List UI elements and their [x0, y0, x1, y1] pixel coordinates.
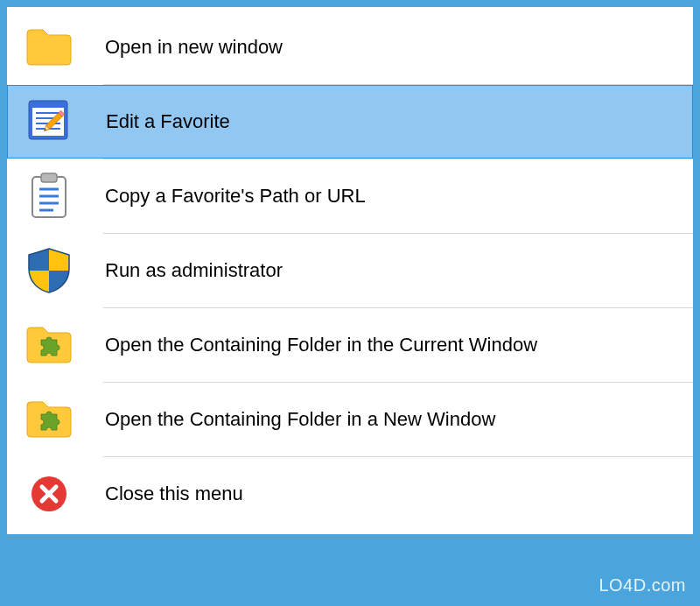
menu-item-label: Edit a Favorite	[106, 110, 230, 133]
menu-item-copy-path[interactable]: Copy a Favorite's Path or URL	[7, 159, 693, 233]
menu-item-label: Open in new window	[105, 36, 283, 59]
menu-item-open-containing-current[interactable]: Open the Containing Folder in the Curren…	[7, 308, 693, 382]
clipboard-icon	[16, 163, 82, 229]
menu-item-run-as-admin[interactable]: Run as administrator	[7, 234, 693, 307]
menu-item-open-new-window[interactable]: Open in new window	[7, 11, 693, 84]
shield-icon	[16, 237, 82, 304]
edit-note-icon	[17, 88, 83, 155]
menu-item-label: Open the Containing Folder in the Curren…	[105, 334, 537, 356]
svg-rect-11	[41, 173, 57, 182]
menu-item-label: Run as administrator	[105, 259, 283, 282]
menu-item-label: Open the Containing Folder in a New Wind…	[105, 408, 495, 431]
menu-item-edit-favorite[interactable]: Edit a Favorite	[7, 85, 693, 159]
menu-item-label: Copy a Favorite's Path or URL	[105, 185, 366, 208]
context-menu: Open in new window Edit a Favorite	[7, 7, 693, 534]
folder-puzzle-icon	[16, 312, 82, 378]
watermark: LO4D.com	[598, 575, 686, 595]
close-circle-icon	[16, 461, 82, 527]
folder-icon	[16, 14, 82, 81]
menu-item-label: Close this menu	[105, 483, 243, 505]
folder-puzzle-icon	[16, 386, 82, 453]
menu-item-open-containing-new[interactable]: Open the Containing Folder in a New Wind…	[7, 383, 693, 456]
menu-item-close-menu[interactable]: Close this menu	[7, 457, 693, 531]
